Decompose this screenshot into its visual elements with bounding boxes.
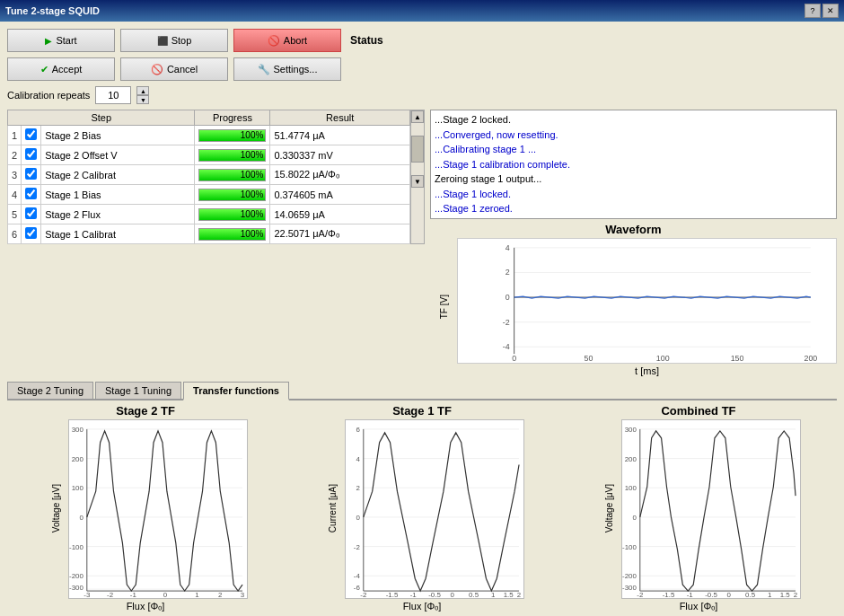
svg-text:0: 0 — [451, 591, 455, 599]
accept-icon: ✔ — [40, 64, 48, 75]
row-checkbox[interactable] — [25, 227, 37, 239]
close-button[interactable]: ✕ — [822, 4, 839, 18]
waveform-title: Waveform — [430, 223, 837, 236]
tab-transfer-functions[interactable]: Transfer functions — [183, 382, 289, 400]
status-line: ...Stage 1 zeroed. — [435, 201, 832, 216]
row-result: 15.8022 μA/Φ₀ — [270, 165, 410, 185]
svg-text:1.5: 1.5 — [504, 591, 514, 599]
combined-y-label: Voltage [μV] — [604, 484, 614, 532]
result-header: Result — [270, 110, 410, 126]
stage1-tf-svg: 6 4 2 0 -2 -4 -6 -2 -1.5 -1 -0.5 — [345, 419, 524, 599]
table-row: 3 Stage 2 Calibrat 100% 15.8022 μA/Φ₀ — [8, 165, 410, 185]
svg-text:0.5: 0.5 — [469, 591, 479, 599]
window-title: Tune 2-stage SQUID — [5, 5, 100, 16]
status-label: Status — [350, 34, 383, 47]
scroll-up-arrow[interactable]: ▲ — [411, 110, 424, 123]
svg-text:300: 300 — [625, 425, 637, 433]
tab-stage2-tuning[interactable]: Stage 2 Tuning — [7, 382, 93, 399]
settings-button[interactable]: 🔧 Settings... — [233, 57, 341, 81]
tab-stage1-tuning[interactable]: Stage 1 Tuning — [95, 382, 181, 399]
svg-text:0.5: 0.5 — [745, 591, 756, 599]
combined-tf-svg: 300 200 100 0 -100 -200 -300 -2 -1.5 -1 — [621, 419, 801, 599]
stage2-y-label: Voltage [μV] — [51, 484, 61, 532]
row-checkbox-cell — [22, 185, 41, 205]
row-num: 5 — [8, 205, 22, 224]
svg-text:1: 1 — [768, 591, 772, 599]
stage2-x-label: Flux [Φ₀] — [127, 601, 165, 612]
row-num: 1 — [8, 126, 22, 145]
svg-text:-2: -2 — [637, 591, 643, 599]
stage2-tf-title: Stage 2 TF — [116, 404, 175, 418]
row-checkbox[interactable] — [25, 188, 37, 199]
status-line: ...Calibrating stage 1 ... — [435, 142, 832, 157]
row-progress: 100% — [195, 165, 270, 185]
cancel-icon: 🚫 — [151, 64, 163, 75]
svg-text:2: 2 — [356, 484, 359, 492]
svg-text:2: 2 — [517, 591, 521, 599]
svg-text:1: 1 — [195, 591, 199, 599]
scroll-down-arrow[interactable]: ▼ — [411, 175, 424, 188]
stage1-x-label: Flux [Φ₀] — [403, 601, 442, 612]
row-checkbox[interactable] — [25, 168, 37, 180]
table-scrollbar[interactable]: ▲ ▼ — [410, 110, 425, 244]
svg-text:-2: -2 — [354, 542, 360, 550]
middle-section: Step Progress Result 1 Stage 2 Bias 100% — [7, 110, 837, 376]
stop-button[interactable]: ⬛ Stop — [120, 29, 228, 52]
calibration-label: Calibration repeats — [7, 90, 90, 101]
svg-text:0: 0 — [727, 591, 732, 599]
svg-text:0: 0 — [79, 513, 84, 521]
start-button[interactable]: ▶ Start — [7, 29, 115, 52]
svg-text:1.5: 1.5 — [780, 591, 791, 599]
calibration-repeats-input[interactable] — [95, 86, 131, 104]
row-checkbox-cell — [22, 165, 41, 185]
row-checkbox-cell — [22, 205, 41, 224]
row-checkbox[interactable] — [25, 128, 37, 140]
svg-text:100: 100 — [72, 484, 84, 492]
svg-text:-300: -300 — [69, 584, 84, 592]
row-result: 51.4774 μA — [270, 126, 410, 145]
spinner-buttons: ▲ ▼ — [136, 86, 149, 104]
row-num: 3 — [8, 165, 22, 185]
abort-button[interactable]: 🚫 Abort — [233, 29, 341, 52]
tf-charts: Stage 2 TF Voltage [μV] — [11, 404, 833, 612]
row-name: Stage 2 Offset V — [41, 145, 195, 165]
svg-text:300: 300 — [72, 425, 84, 433]
svg-text:-200: -200 — [622, 572, 637, 580]
right-panel: ...Stage 2 locked....Converged, now rese… — [430, 110, 837, 376]
accept-button[interactable]: ✔ Accept — [7, 57, 115, 81]
svg-text:-200: -200 — [69, 572, 84, 580]
row-checkbox-cell — [22, 126, 41, 145]
cancel-button[interactable]: 🚫 Cancel — [120, 57, 228, 81]
row-name: Stage 2 Flux — [41, 205, 195, 224]
svg-text:-2: -2 — [360, 591, 366, 599]
calibration-row: Calibration repeats ▲ ▼ — [7, 86, 837, 104]
svg-text:4: 4 — [506, 242, 510, 251]
svg-text:-3: -3 — [84, 591, 91, 599]
play-icon: ▶ — [45, 36, 52, 46]
svg-text:-1: -1 — [130, 591, 137, 599]
svg-text:100: 100 — [625, 484, 637, 492]
table-row: 4 Stage 1 Bias 100% 0.374605 mA — [8, 185, 410, 205]
row-checkbox[interactable] — [25, 207, 37, 219]
row-num: 4 — [8, 185, 22, 205]
svg-text:-1.5: -1.5 — [386, 591, 399, 599]
svg-text:-4: -4 — [354, 572, 361, 580]
row-checkbox[interactable] — [25, 148, 37, 160]
svg-text:0: 0 — [632, 513, 637, 521]
svg-text:-0.5: -0.5 — [428, 591, 441, 599]
svg-text:-1: -1 — [687, 591, 694, 599]
svg-text:-300: -300 — [622, 584, 637, 592]
status-line: ...Stage 2 locked. — [435, 112, 832, 128]
spinner-up[interactable]: ▲ — [136, 86, 149, 95]
main-content: ▶ Start ⬛ Stop 🚫 Abort Status ✔ Accept 🚫… — [0, 22, 844, 616]
svg-text:50: 50 — [585, 354, 593, 363]
spinner-down[interactable]: ▼ — [136, 95, 149, 104]
row-progress: 100% — [195, 224, 270, 244]
svg-text:-1.5: -1.5 — [663, 591, 675, 599]
status-section: ...Stage 2 locked....Converged, now rese… — [430, 110, 837, 219]
status-line: ...Stage 1 locked. — [435, 187, 832, 202]
row-num: 6 — [8, 224, 22, 244]
scroll-thumb[interactable] — [411, 136, 424, 163]
table-row: 6 Stage 1 Calibrat 100% 22.5071 μA/Φ₀ — [8, 224, 410, 244]
help-button[interactable]: ? — [804, 4, 821, 18]
